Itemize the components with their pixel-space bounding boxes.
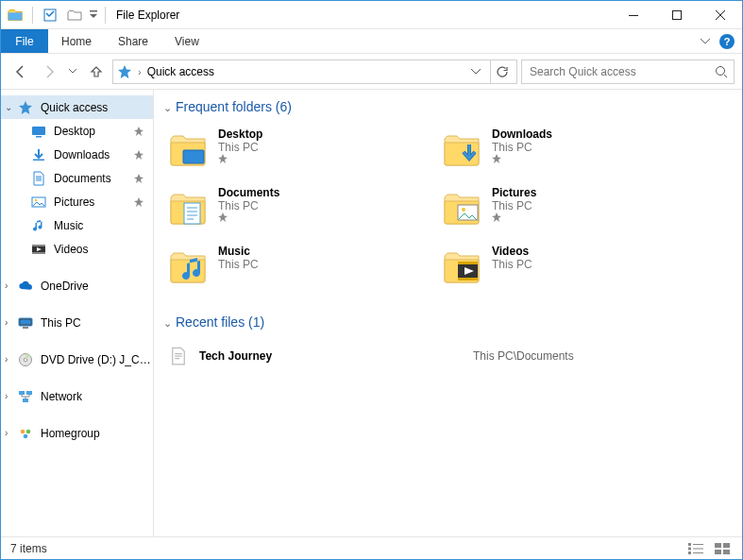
chevron-down-icon: ⌄	[5, 102, 12, 112]
nav-item-pictures[interactable]: Pictures	[1, 190, 153, 213]
refresh-button[interactable]	[490, 60, 513, 83]
status-bar: 7 items	[1, 536, 742, 559]
address-dropdown-button[interactable]	[467, 60, 484, 83]
back-button[interactable]	[8, 59, 33, 84]
pin-icon	[134, 127, 144, 136]
tile-name: Pictures	[492, 186, 536, 199]
content-area: ⌄ Frequent folders (6) Desktop This PC D…	[154, 90, 742, 536]
svg-rect-4	[673, 10, 682, 19]
large-icons-view-button[interactable]	[712, 540, 733, 557]
app-icon	[5, 5, 25, 25]
ribbon: File Home Share View ?	[1, 29, 742, 54]
nav-item-desktop[interactable]: Desktop	[1, 119, 153, 143]
address-bar[interactable]: › Quick access	[112, 59, 517, 84]
qat-properties-button[interactable]	[40, 5, 60, 25]
nav-item-thispc[interactable]: › This PC	[1, 311, 153, 334]
nav-label: Videos	[54, 243, 88, 256]
help-button[interactable]: ?	[719, 34, 735, 49]
qat-new-folder-button[interactable]	[64, 5, 85, 25]
svg-point-22	[21, 429, 25, 433]
nav-label: OneDrive	[41, 280, 89, 293]
svg-point-10	[35, 198, 38, 201]
recent-files-header[interactable]: ⌄ Recent files (1)	[163, 314, 727, 330]
ribbon-tab-file[interactable]: File	[1, 29, 48, 53]
details-view-button[interactable]	[685, 540, 706, 557]
nav-item-videos[interactable]: Videos	[1, 237, 153, 261]
nav-item-music[interactable]: Music	[1, 213, 153, 237]
file-icon	[167, 343, 190, 369]
ribbon-tab-share[interactable]: Share	[105, 29, 161, 53]
qat-customize-button[interactable]	[89, 10, 98, 20]
folder-icon	[167, 245, 209, 286]
recent-file-location: This PC\Documents	[473, 349, 574, 363]
recent-locations-button[interactable]	[65, 59, 80, 84]
svg-rect-6	[32, 127, 45, 135]
pin-icon	[134, 150, 144, 160]
svg-point-5	[717, 66, 725, 75]
svg-rect-31	[458, 278, 478, 280]
folder-tile-videos[interactable]: Videos This PC	[437, 241, 692, 290]
nav-item-documents[interactable]: Documents	[1, 166, 153, 190]
folder-tile-downloads[interactable]: Downloads This PC	[437, 124, 692, 173]
folder-icon	[167, 186, 209, 228]
svg-rect-39	[723, 543, 730, 548]
chevron-right-icon: ›	[5, 317, 8, 328]
close-button[interactable]	[699, 1, 742, 28]
nav-item-onedrive[interactable]: › OneDrive	[1, 274, 153, 297]
chevron-down-icon: ⌄	[163, 102, 172, 114]
tile-location: This PC	[218, 258, 259, 271]
nav-label: Pictures	[54, 195, 94, 209]
chevron-right-icon: ›	[5, 391, 8, 401]
search-input[interactable]	[528, 64, 715, 79]
chevron-right-icon: ›	[5, 354, 8, 365]
pin-icon	[134, 174, 144, 183]
search-box[interactable]	[521, 59, 735, 84]
ribbon-expand-button[interactable]	[701, 37, 710, 46]
frequent-folders-header[interactable]: ⌄ Frequent folders (6)	[163, 99, 727, 114]
quick-access-toolbar	[1, 5, 109, 25]
svg-rect-35	[693, 548, 703, 549]
nav-label: Quick access	[41, 101, 108, 114]
nav-item-homegroup[interactable]: › Homegroup	[1, 421, 153, 445]
ribbon-tab-view[interactable]: View	[161, 29, 212, 53]
maximize-button[interactable]	[655, 1, 699, 28]
svg-rect-36	[688, 552, 691, 554]
folder-tile-documents[interactable]: Documents This PC	[163, 182, 418, 231]
tile-name: Downloads	[492, 127, 552, 141]
separator	[105, 7, 106, 24]
nav-item-network[interactable]: › Network	[1, 384, 153, 408]
forward-button[interactable]	[37, 59, 61, 84]
thispc-icon	[18, 315, 33, 331]
nav-item-dvd[interactable]: › DVD Drive (D:) J_CPRA	[1, 348, 153, 371]
folder-tile-music[interactable]: Music This PC	[163, 241, 418, 290]
svg-rect-8	[33, 159, 44, 161]
tile-name: Desktop	[218, 127, 262, 141]
folder-icon	[441, 127, 482, 169]
tile-name: Music	[218, 245, 259, 258]
frequent-folders-list: Desktop This PC Downloads This PC Docume…	[163, 124, 727, 290]
svg-rect-25	[183, 150, 204, 163]
svg-point-24	[24, 433, 28, 438]
recent-file-row[interactable]: Tech Journey This PC\Documents	[163, 339, 727, 373]
svg-rect-21	[23, 399, 28, 402]
navigation-pane: ⌄ Quick access Desktop Downloads Documen…	[1, 90, 154, 536]
svg-rect-0	[8, 12, 22, 20]
svg-rect-40	[715, 550, 721, 554]
folder-tile-desktop[interactable]: Desktop This PC	[163, 124, 418, 173]
folder-tile-pictures[interactable]: Pictures This PC	[437, 182, 692, 231]
svg-rect-15	[21, 319, 31, 324]
nav-label: This PC	[41, 316, 81, 330]
chevron-right-icon: ›	[138, 66, 142, 77]
up-button[interactable]	[84, 59, 109, 84]
tile-location: This PC	[492, 141, 552, 154]
picture-icon	[31, 195, 46, 210]
nav-item-downloads[interactable]: Downloads	[1, 143, 153, 166]
nav-quick-access[interactable]: ⌄ Quick access	[1, 95, 153, 119]
separator	[32, 7, 33, 24]
svg-rect-19	[19, 391, 25, 395]
dvd-icon	[18, 352, 33, 367]
svg-rect-41	[723, 550, 730, 554]
minimize-button[interactable]	[612, 1, 655, 28]
ribbon-tab-home[interactable]: Home	[48, 29, 105, 53]
svg-rect-7	[36, 136, 42, 138]
